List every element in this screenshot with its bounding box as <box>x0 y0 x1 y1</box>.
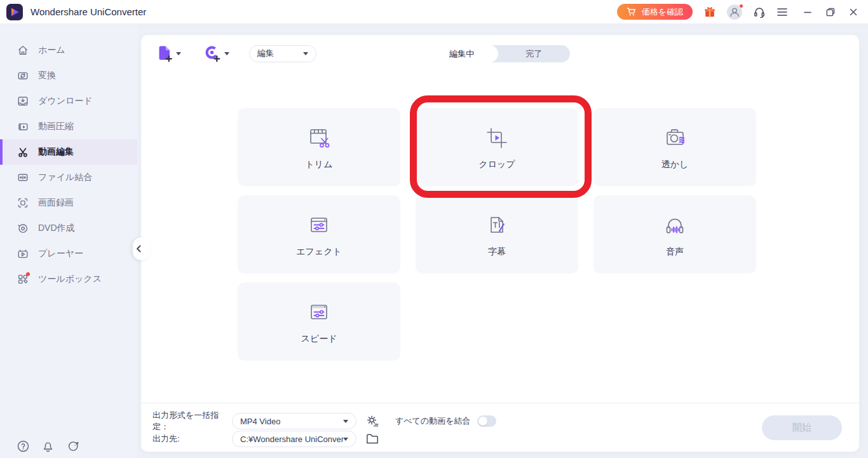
chevron-down-icon <box>343 438 348 441</box>
card-label: エフェクト <box>296 246 342 258</box>
card-audio[interactable]: 音声 <box>593 195 756 274</box>
card-label: 字幕 <box>488 246 506 258</box>
chevron-down-icon <box>343 420 348 423</box>
card-subtitle[interactable]: 字幕 <box>416 195 578 274</box>
output-path-value: C:¥Wondershare UniConverter <box>240 434 343 444</box>
merge-all-label: すべての動画を結合 <box>395 415 471 427</box>
maximize-icon[interactable] <box>826 8 835 17</box>
menu-icon[interactable] <box>776 8 788 17</box>
output-format-value: MP4 Video <box>240 417 280 426</box>
title-bar: Wondershare UniConverter 価格を確認 <box>0 0 868 24</box>
output-format-select[interactable]: MP4 Video <box>232 413 356 429</box>
card-label: トリム <box>306 159 333 170</box>
watermark-icon <box>661 124 689 152</box>
output-settings-icon[interactable] <box>365 414 379 428</box>
main-panel: 編集 編集中 完了 トリム ク <box>141 35 859 452</box>
edit-select-value: 編集 <box>257 48 274 59</box>
dvd-icon <box>17 223 29 234</box>
card-crop[interactable]: クロップ <box>416 108 578 186</box>
gift-icon[interactable] <box>703 6 716 18</box>
crop-icon <box>483 124 511 152</box>
sidebar-item-label: ホーム <box>38 45 65 56</box>
output-path-select[interactable]: C:¥Wondershare UniConverter <box>232 431 356 447</box>
screen-record-icon <box>17 197 29 209</box>
help-icon[interactable] <box>17 440 29 452</box>
user-avatar[interactable] <box>727 4 742 20</box>
merge-icon <box>17 172 29 183</box>
price-button-label: 価格を確認 <box>642 6 683 18</box>
app-title: Wondershare UniConverter <box>31 6 146 17</box>
sidebar-item-dvd[interactable]: DVD作成 <box>0 216 137 241</box>
card-label: 音声 <box>666 246 684 258</box>
sidebar-item-label: ツールボックス <box>38 274 102 285</box>
sidebar-item-label: ファイル結合 <box>38 172 92 183</box>
app-logo <box>6 4 23 20</box>
edit-mode-select[interactable]: 編集 <box>249 45 316 62</box>
card-trim[interactable]: トリム <box>238 108 400 186</box>
card-effects[interactable]: エフェクト <box>238 195 400 274</box>
player-icon <box>17 248 29 260</box>
sidebar-item-label: 画面録画 <box>38 197 74 209</box>
compress-icon <box>17 121 29 132</box>
minimize-icon[interactable] <box>804 8 811 16</box>
chevron-down-icon <box>224 52 229 55</box>
notification-dot <box>739 4 743 8</box>
output-folder-icon[interactable] <box>365 432 379 446</box>
sidebar-item-label: 動画編集 <box>38 146 74 158</box>
tab-editing-label: 編集中 <box>449 48 474 60</box>
sidebar-collapse-handle[interactable] <box>133 237 150 260</box>
convert-icon <box>17 70 29 81</box>
sidebar-item-compress[interactable]: 動画圧縮 <box>0 114 137 139</box>
cart-icon <box>627 7 636 17</box>
sidebar-item-merge-files[interactable]: ファイル結合 <box>0 165 137 190</box>
sidebar-item-label: ダウンロード <box>38 95 93 107</box>
add-file-button[interactable] <box>156 45 181 62</box>
card-label: スピード <box>301 333 337 345</box>
add-disc-icon <box>204 45 221 62</box>
scissors-icon <box>17 146 29 158</box>
output-bar: 出力形式を一括指定： MP4 Video すべての動画を結合 出力先: C:¥W… <box>141 403 859 452</box>
toolbox-badge-dot <box>26 272 30 276</box>
add-file-icon <box>156 45 173 62</box>
subtitle-icon <box>483 211 511 239</box>
effects-icon <box>305 211 333 239</box>
chevron-down-icon <box>176 52 181 55</box>
tab-editing[interactable]: 編集中 <box>426 45 498 62</box>
bell-icon[interactable] <box>42 440 54 452</box>
audio-icon <box>661 211 689 239</box>
output-path-label: 出力先: <box>153 433 232 445</box>
sidebar-item-convert[interactable]: 変換 <box>0 63 137 88</box>
status-tabs: 編集中 完了 <box>426 45 570 62</box>
card-watermark[interactable]: 透かし <box>593 108 756 186</box>
sidebar-item-label: 変換 <box>38 70 56 81</box>
sidebar-item-label: DVD作成 <box>38 223 75 234</box>
check-price-button[interactable]: 価格を確認 <box>617 4 693 20</box>
sidebar-item-player[interactable]: プレーヤー <box>0 241 137 267</box>
sidebar: ホーム 変換 ダウンロード 動画圧縮 <box>0 24 137 458</box>
chevron-down-icon <box>303 52 308 55</box>
sidebar-item-home[interactable]: ホーム <box>0 38 137 63</box>
sidebar-item-video-edit[interactable]: 動画編集 <box>0 139 137 165</box>
card-label: 透かし <box>661 159 689 170</box>
sidebar-item-screen-record[interactable]: 画面録画 <box>0 190 137 216</box>
feedback-icon[interactable] <box>67 440 79 452</box>
tab-finished[interactable]: 完了 <box>498 45 571 62</box>
headset-icon[interactable] <box>753 6 766 18</box>
sidebar-item-label: プレーヤー <box>38 248 83 260</box>
download-icon <box>17 95 29 107</box>
toggle-knob <box>478 417 487 426</box>
add-disc-button[interactable] <box>204 45 229 62</box>
panel-toolbar: 編集 編集中 完了 <box>141 35 859 72</box>
sidebar-item-download[interactable]: ダウンロード <box>0 88 137 114</box>
close-icon[interactable] <box>850 8 857 16</box>
start-button[interactable]: 開始 <box>762 415 842 440</box>
card-speed[interactable]: スピード <box>238 282 400 361</box>
tab-finished-label: 完了 <box>526 48 542 60</box>
chevron-left-icon <box>136 245 141 253</box>
sidebar-item-toolbox[interactable]: ツールボックス <box>0 267 137 292</box>
merge-all-toggle[interactable] <box>477 415 496 427</box>
sidebar-item-label: 動画圧縮 <box>38 121 74 132</box>
edit-tools-grid: トリム クロップ 透かし <box>238 108 756 361</box>
output-format-label: 出力形式を一括指定： <box>153 410 232 433</box>
trim-icon <box>305 124 333 152</box>
